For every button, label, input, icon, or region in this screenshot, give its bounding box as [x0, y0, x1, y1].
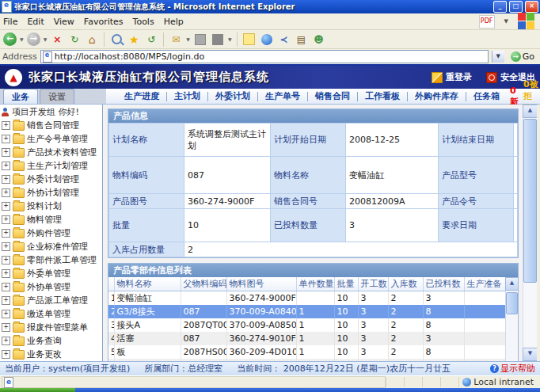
- start-button[interactable]: [0, 388, 75, 392]
- col-in-stock[interactable]: 入库数: [388, 277, 423, 291]
- sidebar-item-sales-contract[interactable]: +销售合同管理: [0, 119, 102, 132]
- windows-taskbar: [0, 388, 540, 392]
- sidebar-item-coop-order[interactable]: +外协单管理: [0, 280, 102, 294]
- col-prep[interactable]: 生产准备: [464, 277, 505, 291]
- nav-work-board[interactable]: 工作看板: [358, 92, 408, 101]
- col-parent-code[interactable]: 父物料编码: [181, 277, 226, 291]
- favorites-icon[interactable]: ★: [127, 32, 141, 47]
- home-icon[interactable]: ⌂: [85, 32, 99, 47]
- col-fed[interactable]: 已投料数: [423, 277, 464, 291]
- address-input[interactable]: http://localhost:8080/MPS/login.do: [40, 50, 489, 63]
- menu-file[interactable]: File: [3, 17, 17, 27]
- mail-dropdown-icon[interactable]: ▼: [186, 36, 190, 42]
- pdf-dropdown-icon[interactable]: ▼: [504, 18, 508, 25]
- scroll-up-icon[interactable]: ▲: [505, 277, 519, 291]
- nav-master-plan[interactable]: 主计划: [167, 92, 208, 101]
- mail-icon[interactable]: ✉: [169, 32, 183, 47]
- back-dropdown-icon[interactable]: ▼: [20, 36, 24, 42]
- table-row[interactable]: 4活塞087360-274-9010F110323 20 %: [108, 332, 505, 345]
- table-row[interactable]: 5板2087HS002360-209-4D010110328 20 %: [108, 345, 505, 359]
- menu-edit[interactable]: Edit: [27, 17, 44, 27]
- menu-favorites[interactable]: Favorites: [84, 17, 124, 27]
- sidebar-item-feed-plan[interactable]: +投料计划: [0, 200, 102, 213]
- col-batch[interactable]: 批量: [334, 277, 358, 291]
- sidebar-item-outsource-order[interactable]: +外委单管理: [0, 267, 102, 280]
- sidebar-item-business-query[interactable]: +业务查询: [0, 334, 102, 348]
- table-row[interactable]: 3接头A2087QT002370-009-A0850110328 20 %: [108, 318, 505, 332]
- forward-icon[interactable]: →: [27, 32, 40, 46]
- parts-list-panel: 产品零部件信息列表 物料名称 父物料编码 物料图号 单件数量 批量: [108, 263, 519, 361]
- sidebar-item-part-dispatch[interactable]: +零部件派工单管理: [0, 253, 102, 267]
- nav-purchased-stock[interactable]: 外购件库存: [408, 92, 466, 101]
- address-url: http://localhost:8080/MPS/login.do: [55, 51, 204, 62]
- col-unit-qty[interactable]: 单件数量: [296, 277, 334, 291]
- nav-sales-contract[interactable]: 销售合同: [308, 92, 358, 101]
- menu-help[interactable]: Help: [164, 17, 184, 27]
- search-icon[interactable]: [109, 32, 124, 47]
- sidebar-item-master-plan[interactable]: +主生产计划管理: [0, 159, 102, 173]
- sidebar-item-coop-plan[interactable]: +外协计划管理: [0, 186, 102, 200]
- refresh-icon[interactable]: ↻: [67, 32, 82, 47]
- field-label: 物料名称: [271, 157, 346, 194]
- field-value: 360-274-9000F: [184, 194, 271, 209]
- relogin-button[interactable]: 重登录: [432, 71, 472, 83]
- notes-icon[interactable]: [242, 32, 257, 47]
- sidebar-item-standard-parts[interactable]: +企业标准件管理: [0, 240, 102, 253]
- nav-task-box[interactable]: 任务箱: [466, 92, 507, 101]
- scroll-down-icon[interactable]: ▼: [523, 348, 538, 361]
- history-icon[interactable]: ↺: [144, 32, 158, 47]
- minimize-button[interactable]: _: [493, 1, 507, 13]
- scroll-up-icon[interactable]: ▲: [523, 105, 538, 118]
- sidebar-item-order-no[interactable]: +生产令号单管理: [0, 132, 102, 146]
- table-row-selected[interactable]: 2G3/8接头087370-009-A0840110328 20 %: [108, 305, 505, 318]
- sidebar-item-product-dispatch[interactable]: +产品派工单管理: [0, 294, 102, 307]
- edit-dropdown-icon[interactable]: ▼: [228, 36, 232, 42]
- field-label: 产品型号: [439, 157, 514, 194]
- show-help-link[interactable]: ? 显示帮助: [490, 363, 535, 375]
- app-header: ▲ 张家口长城液压油缸有限公司管理信息系统 重登录 安全退出: [0, 66, 540, 89]
- table-row[interactable]: 1变幅油缸360-274-9000F10323 29 %: [108, 291, 505, 306]
- scroll-thumb[interactable]: [506, 292, 518, 314]
- sidebar-item-tech-data[interactable]: +产品技术资料管理: [0, 146, 102, 159]
- main-area: 项目开发组 你好! +销售合同管理 +生产令号单管理 +产品技术资料管理 +主生…: [0, 105, 540, 361]
- go-button[interactable]: → Go: [508, 51, 538, 62]
- nav-production-order[interactable]: 生产单号: [258, 92, 308, 101]
- tab-business[interactable]: 业务: [3, 89, 38, 104]
- forward-dropdown-icon[interactable]: ▼: [44, 36, 48, 42]
- nav-outsource-plan[interactable]: 外委计划: [208, 92, 258, 101]
- back-icon[interactable]: ←: [3, 32, 17, 46]
- globe-plugin-icon[interactable]: [260, 32, 274, 47]
- expand-icon: +: [2, 323, 10, 332]
- edit-icon[interactable]: [211, 32, 225, 47]
- col-drawing-no[interactable]: 物料图号: [226, 277, 296, 291]
- sidebar-item-business-change[interactable]: +业务更改: [0, 348, 102, 361]
- field-label: 产品令号: [439, 194, 514, 209]
- intranet-globe-icon: [462, 378, 471, 386]
- scroll-thumb[interactable]: [523, 119, 537, 283]
- address-dropdown-icon[interactable]: ▼: [492, 51, 504, 63]
- sidebar-item-delivery-order[interactable]: +缴送单管理: [0, 307, 102, 321]
- title-bar: 张家口长城液压油缸有限公司管理信息系统 - Microsoft Internet…: [0, 0, 540, 13]
- sidebar-item-material-mgmt[interactable]: +物料管理: [0, 213, 102, 226]
- current-time: 当前时间： 2008年12月22日 (星期一)农历十一月廿五: [237, 363, 451, 375]
- menu-tools[interactable]: Tools: [133, 17, 154, 27]
- sidebar-item-purchased-mgmt[interactable]: +外购件管理: [0, 226, 102, 240]
- close-button[interactable]: ×: [525, 1, 538, 13]
- col-material-name[interactable]: 物料名称: [114, 277, 181, 291]
- page-vertical-scrollbar[interactable]: ▲ ▼: [523, 105, 537, 361]
- parts-vertical-scrollbar[interactable]: ▲ ▼: [505, 277, 518, 361]
- pdf-toolbar-icon[interactable]: PDF: [479, 15, 495, 29]
- tab-settings[interactable]: 设置: [40, 89, 74, 104]
- menu-view[interactable]: View: [54, 17, 74, 27]
- research-plugin-icon[interactable]: ▤: [295, 32, 309, 47]
- field-value: 变幅油缸: [346, 157, 439, 194]
- print-icon[interactable]: [193, 32, 207, 47]
- col-started[interactable]: 开工数: [358, 277, 388, 291]
- messenger-icon[interactable]: ☻: [312, 32, 326, 47]
- sidebar-item-outsource-plan[interactable]: +外委计划管理: [0, 173, 102, 186]
- stop-icon[interactable]: ×: [50, 32, 64, 47]
- nav-production-progress[interactable]: 生产进度: [117, 92, 167, 101]
- arc-plugin-icon[interactable]: ≺: [277, 32, 291, 47]
- maximize-button[interactable]: □: [509, 1, 523, 13]
- sidebar-item-scrap-mgmt[interactable]: +报废件管理菜单: [0, 321, 102, 334]
